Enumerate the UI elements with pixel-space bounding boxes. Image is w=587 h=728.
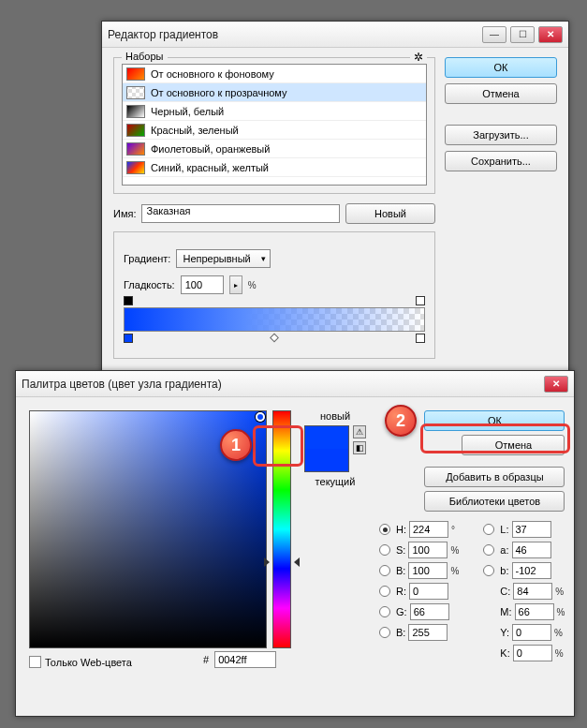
- preset-item[interactable]: От основного к прозрачному: [123, 83, 426, 102]
- c-input[interactable]: 84: [513, 583, 552, 600]
- sv-cursor[interactable]: [256, 412, 265, 422]
- l-input[interactable]: 37: [512, 521, 551, 538]
- midpoint-handle[interactable]: [270, 334, 279, 343]
- new-current-swatch: [304, 425, 349, 472]
- color-titlebar[interactable]: Палитра цветов (цвет узла градиента) ✕: [16, 371, 574, 397]
- radio-rgb-b[interactable]: [379, 627, 390, 638]
- preset-item[interactable]: Красный, зеленый: [123, 121, 426, 140]
- new-color: [305, 426, 348, 449]
- preset-swatch: [126, 161, 145, 174]
- radio-h[interactable]: [379, 524, 390, 535]
- gradient-name-input[interactable]: Заказная: [141, 204, 340, 223]
- hue-cursor[interactable]: [268, 557, 296, 567]
- s-input[interactable]: 100: [408, 542, 448, 558]
- g-input[interactable]: 66: [410, 603, 449, 620]
- radio-b[interactable]: [379, 565, 390, 576]
- webonly-label: Только Web-цвета: [45, 657, 132, 668]
- color-stop-left[interactable]: [124, 334, 133, 343]
- load-button[interactable]: Загрузить...: [445, 125, 557, 145]
- preset-swatch: [126, 105, 145, 118]
- radio-a[interactable]: [483, 544, 494, 556]
- current-color: [305, 449, 348, 471]
- name-label: Имя:: [113, 208, 136, 219]
- opacity-stop-left[interactable]: [124, 296, 133, 305]
- opacity-stop-right[interactable]: [416, 296, 425, 305]
- color-libs-button[interactable]: Библиотеки цветов: [424, 491, 565, 512]
- rgb-b-input[interactable]: 255: [408, 624, 448, 641]
- gradient-window-title: Редактор градиентов: [108, 28, 482, 41]
- color-stop-right[interactable]: [416, 334, 425, 343]
- preset-swatch: [126, 124, 145, 137]
- smoothness-unit: %: [248, 280, 257, 290]
- preset-item[interactable]: Фиолетовый, оранжевый: [123, 140, 426, 158]
- hex-label: #: [203, 654, 209, 665]
- gear-icon[interactable]: ✲: [410, 51, 427, 64]
- smoothness-label: Гладкость:: [124, 279, 175, 290]
- m-input[interactable]: 66: [515, 603, 554, 620]
- new-button[interactable]: Новый: [345, 203, 435, 224]
- callout-box-1: [253, 425, 303, 467]
- presets-label: Наборы: [122, 51, 168, 62]
- preset-label: Красный, зеленый: [151, 125, 239, 136]
- b-input[interactable]: 100: [408, 562, 448, 579]
- preset-label: От основного к прозрачному: [151, 87, 287, 98]
- gradient-type-select[interactable]: Непрерывный: [176, 249, 270, 268]
- warning-icon[interactable]: ⚠: [353, 425, 366, 438]
- preset-item[interactable]: Черный, белый: [123, 102, 426, 121]
- minimize-button[interactable]: —: [482, 26, 506, 43]
- presets-fieldset: Наборы ✲ От основного к фоновомуОт основ…: [113, 57, 435, 194]
- radio-g[interactable]: [379, 606, 390, 617]
- preset-list[interactable]: От основного к фоновомуОт основного к пр…: [122, 64, 427, 186]
- callout-2: 2: [385, 405, 417, 437]
- save-button[interactable]: Сохранить...: [445, 151, 557, 171]
- ok-button[interactable]: ОК: [445, 57, 557, 78]
- color-picker-window: Палитра цветов (цвет узла градиента) ✕ Т…: [15, 370, 575, 717]
- preset-label: Синий, красный, желтый: [151, 162, 269, 173]
- add-swatch-button[interactable]: Добавить в образцы: [424, 467, 565, 487]
- y-input[interactable]: 0: [512, 624, 551, 641]
- cancel-button[interactable]: Отмена: [445, 83, 557, 104]
- a-input[interactable]: 46: [512, 542, 551, 558]
- webonly-checkbox[interactable]: [29, 656, 41, 668]
- callout-box-2: [420, 423, 570, 453]
- gradient-track[interactable]: [124, 307, 425, 332]
- preset-swatch: [126, 86, 145, 99]
- lab-b-input[interactable]: -102: [512, 562, 551, 579]
- preset-label: Фиолетовый, оранжевый: [151, 143, 270, 155]
- preset-swatch: [126, 142, 145, 156]
- current-color-label: текущий: [316, 476, 356, 487]
- smoothness-spinner[interactable]: ▸: [229, 275, 242, 294]
- radio-s[interactable]: [379, 544, 390, 556]
- radio-lab-b[interactable]: [483, 565, 494, 576]
- cube-icon[interactable]: ◧: [353, 441, 366, 454]
- gradient-editor-panel: Градиент: Непрерывный Гладкость: 100 ▸ %: [113, 231, 435, 359]
- radio-l[interactable]: [483, 524, 494, 535]
- preset-swatch: [126, 67, 145, 81]
- close-button[interactable]: ✕: [538, 26, 563, 43]
- new-color-label: новый: [320, 410, 350, 422]
- gradient-type-label: Градиент:: [124, 253, 170, 264]
- smoothness-input[interactable]: 100: [181, 275, 224, 294]
- preset-item[interactable]: От основного к фоновому: [123, 65, 426, 83]
- r-input[interactable]: 0: [409, 583, 448, 600]
- color-inputs-grid: H:224° L:37 S:100% a:46 B:100% b:-102 R:…: [379, 521, 565, 661]
- color-close-button[interactable]: ✕: [544, 376, 568, 393]
- radio-r[interactable]: [379, 586, 390, 597]
- preset-label: Черный, белый: [151, 106, 224, 117]
- gradient-bar[interactable]: [124, 307, 425, 332]
- gradient-titlebar[interactable]: Редактор градиентов — ☐ ✕: [102, 22, 568, 48]
- k-input[interactable]: 0: [513, 645, 552, 661]
- preset-item[interactable]: Синий, красный, желтый: [123, 158, 426, 177]
- callout-1: 1: [220, 429, 252, 461]
- hex-input[interactable]: 0042ff: [214, 651, 276, 668]
- preset-label: От основного к фоновому: [151, 68, 274, 80]
- h-input[interactable]: 224: [409, 521, 448, 538]
- maximize-button[interactable]: ☐: [510, 26, 535, 43]
- color-window-title: Палитра цветов (цвет узла градиента): [22, 378, 544, 391]
